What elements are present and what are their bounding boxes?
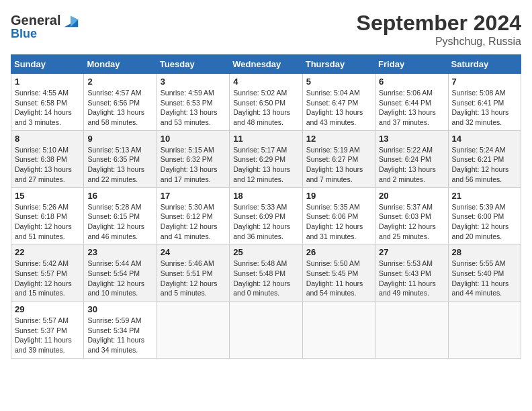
calendar-cell: 18 Sunrise: 5:33 AM Sunset: 6:09 PM Dayl… <box>230 187 302 244</box>
day-number: 7 <box>452 77 517 87</box>
calendar-header-wednesday: Wednesday <box>230 55 302 74</box>
day-info: Sunrise: 5:35 AM Sunset: 6:06 PM Dayligh… <box>306 202 371 242</box>
calendar-cell: 11 Sunrise: 5:17 AM Sunset: 6:29 PM Dayl… <box>230 130 302 187</box>
calendar-header-monday: Monday <box>84 55 157 74</box>
calendar-cell: 8 Sunrise: 5:10 AM Sunset: 6:38 PM Dayli… <box>11 130 84 187</box>
day-number: 30 <box>87 304 152 314</box>
day-number: 1 <box>15 77 80 87</box>
calendar-cell: 1 Sunrise: 4:55 AM Sunset: 6:58 PM Dayli… <box>11 74 84 131</box>
day-info: Sunrise: 5:19 AM Sunset: 6:27 PM Dayligh… <box>306 145 371 185</box>
day-info: Sunrise: 4:55 AM Sunset: 6:58 PM Dayligh… <box>15 88 80 128</box>
calendar-cell: 27 Sunrise: 5:53 AM Sunset: 5:43 PM Dayl… <box>375 244 448 302</box>
day-info: Sunrise: 5:26 AM Sunset: 6:18 PM Dayligh… <box>15 202 80 242</box>
day-info: Sunrise: 4:59 AM Sunset: 6:53 PM Dayligh… <box>161 88 226 128</box>
day-info: Sunrise: 5:50 AM Sunset: 5:45 PM Dayligh… <box>306 259 371 298</box>
calendar-week-row: 22 Sunrise: 5:42 AM Sunset: 5:57 PM Dayl… <box>11 244 521 302</box>
calendar-week-row: 15 Sunrise: 5:26 AM Sunset: 6:18 PM Dayl… <box>11 187 521 244</box>
day-info: Sunrise: 5:15 AM Sunset: 6:32 PM Dayligh… <box>161 145 226 185</box>
day-number: 26 <box>306 247 371 257</box>
calendar-header-tuesday: Tuesday <box>157 55 229 74</box>
calendar-header-saturday: Saturday <box>448 55 521 74</box>
calendar-week-row: 29 Sunrise: 5:57 AM Sunset: 5:37 PM Dayl… <box>11 302 521 359</box>
page-header: General Blue September 2024 Pyshchug, Ru… <box>11 11 521 48</box>
day-info: Sunrise: 5:17 AM Sunset: 6:29 PM Dayligh… <box>233 145 298 185</box>
calendar-cell <box>302 302 375 359</box>
calendar-cell: 21 Sunrise: 5:39 AM Sunset: 6:00 PM Dayl… <box>448 187 521 244</box>
day-number: 14 <box>452 134 517 144</box>
calendar-cell: 2 Sunrise: 4:57 AM Sunset: 6:56 PM Dayli… <box>84 74 157 131</box>
day-info: Sunrise: 5:33 AM Sunset: 6:09 PM Dayligh… <box>233 202 298 242</box>
day-info: Sunrise: 5:28 AM Sunset: 6:15 PM Dayligh… <box>87 202 152 242</box>
day-info: Sunrise: 5:30 AM Sunset: 6:12 PM Dayligh… <box>161 202 226 242</box>
day-info: Sunrise: 5:37 AM Sunset: 6:03 PM Dayligh… <box>379 202 444 242</box>
day-number: 18 <box>233 191 298 201</box>
day-number: 5 <box>306 77 371 87</box>
calendar-cell: 6 Sunrise: 5:06 AM Sunset: 6:44 PM Dayli… <box>375 74 448 131</box>
calendar-cell: 16 Sunrise: 5:28 AM Sunset: 6:15 PM Dayl… <box>84 187 157 244</box>
day-info: Sunrise: 5:39 AM Sunset: 6:00 PM Dayligh… <box>452 202 517 242</box>
calendar-cell <box>157 302 229 359</box>
day-number: 22 <box>15 247 80 257</box>
day-info: Sunrise: 5:10 AM Sunset: 6:38 PM Dayligh… <box>15 145 80 185</box>
day-number: 6 <box>379 77 444 87</box>
calendar-week-row: 8 Sunrise: 5:10 AM Sunset: 6:38 PM Dayli… <box>11 130 521 187</box>
calendar-cell: 29 Sunrise: 5:57 AM Sunset: 5:37 PM Dayl… <box>11 302 84 359</box>
day-info: Sunrise: 5:22 AM Sunset: 6:24 PM Dayligh… <box>379 145 444 185</box>
calendar-table: SundayMondayTuesdayWednesdayThursdayFrid… <box>11 54 521 359</box>
day-number: 19 <box>306 191 371 201</box>
day-number: 10 <box>161 134 226 144</box>
day-info: Sunrise: 5:44 AM Sunset: 5:54 PM Dayligh… <box>87 259 152 298</box>
day-info: Sunrise: 4:57 AM Sunset: 6:56 PM Dayligh… <box>87 88 152 128</box>
day-number: 2 <box>87 77 152 87</box>
calendar-cell: 4 Sunrise: 5:02 AM Sunset: 6:50 PM Dayli… <box>230 74 302 131</box>
calendar-week-row: 1 Sunrise: 4:55 AM Sunset: 6:58 PM Dayli… <box>11 74 521 131</box>
day-number: 27 <box>379 247 444 257</box>
calendar-cell: 15 Sunrise: 5:26 AM Sunset: 6:18 PM Dayl… <box>11 187 84 244</box>
calendar-cell: 20 Sunrise: 5:37 AM Sunset: 6:03 PM Dayl… <box>375 187 448 244</box>
day-number: 25 <box>233 247 298 257</box>
day-info: Sunrise: 5:42 AM Sunset: 5:57 PM Dayligh… <box>15 259 80 298</box>
calendar-cell: 12 Sunrise: 5:19 AM Sunset: 6:27 PM Dayl… <box>302 130 375 187</box>
day-number: 4 <box>233 77 298 87</box>
calendar-cell <box>448 302 521 359</box>
day-info: Sunrise: 5:53 AM Sunset: 5:43 PM Dayligh… <box>379 259 444 298</box>
day-number: 3 <box>161 77 226 87</box>
day-number: 28 <box>452 247 517 257</box>
calendar-header-friday: Friday <box>375 55 448 74</box>
calendar-cell: 7 Sunrise: 5:08 AM Sunset: 6:41 PM Dayli… <box>448 74 521 131</box>
calendar-cell: 3 Sunrise: 4:59 AM Sunset: 6:53 PM Dayli… <box>157 74 229 131</box>
calendar-cell: 26 Sunrise: 5:50 AM Sunset: 5:45 PM Dayl… <box>302 244 375 302</box>
calendar-cell: 30 Sunrise: 5:59 AM Sunset: 5:34 PM Dayl… <box>84 302 157 359</box>
calendar-cell: 5 Sunrise: 5:04 AM Sunset: 6:47 PM Dayli… <box>302 74 375 131</box>
calendar-header-row: SundayMondayTuesdayWednesdayThursdayFrid… <box>11 55 521 74</box>
calendar-cell: 13 Sunrise: 5:22 AM Sunset: 6:24 PM Dayl… <box>375 130 448 187</box>
day-number: 29 <box>15 304 80 314</box>
calendar-cell: 17 Sunrise: 5:30 AM Sunset: 6:12 PM Dayl… <box>157 187 229 244</box>
logo-blue-text: Blue <box>11 27 37 41</box>
month-title: September 2024 <box>357 11 521 36</box>
calendar-cell <box>375 302 448 359</box>
location: Pyshchug, Russia <box>357 36 521 48</box>
logo-icon <box>62 11 81 30</box>
calendar-cell: 28 Sunrise: 5:55 AM Sunset: 5:40 PM Dayl… <box>448 244 521 302</box>
calendar-cell: 23 Sunrise: 5:44 AM Sunset: 5:54 PM Dayl… <box>84 244 157 302</box>
calendar-header-thursday: Thursday <box>302 55 375 74</box>
day-number: 21 <box>452 191 517 201</box>
day-info: Sunrise: 5:02 AM Sunset: 6:50 PM Dayligh… <box>233 88 298 128</box>
day-info: Sunrise: 5:13 AM Sunset: 6:35 PM Dayligh… <box>87 145 152 185</box>
calendar-cell: 24 Sunrise: 5:46 AM Sunset: 5:51 PM Dayl… <box>157 244 229 302</box>
day-info: Sunrise: 5:55 AM Sunset: 5:40 PM Dayligh… <box>452 259 517 298</box>
day-number: 8 <box>15 134 80 144</box>
day-number: 24 <box>161 247 226 257</box>
day-number: 16 <box>87 191 152 201</box>
calendar-cell: 22 Sunrise: 5:42 AM Sunset: 5:57 PM Dayl… <box>11 244 84 302</box>
day-number: 17 <box>161 191 226 201</box>
day-info: Sunrise: 5:48 AM Sunset: 5:48 PM Dayligh… <box>233 259 298 298</box>
day-number: 13 <box>379 134 444 144</box>
calendar-cell: 10 Sunrise: 5:15 AM Sunset: 6:32 PM Dayl… <box>157 130 229 187</box>
calendar-header-sunday: Sunday <box>11 55 84 74</box>
day-number: 12 <box>306 134 371 144</box>
calendar-cell: 14 Sunrise: 5:24 AM Sunset: 6:21 PM Dayl… <box>448 130 521 187</box>
day-number: 11 <box>233 134 298 144</box>
day-info: Sunrise: 5:06 AM Sunset: 6:44 PM Dayligh… <box>379 88 444 128</box>
